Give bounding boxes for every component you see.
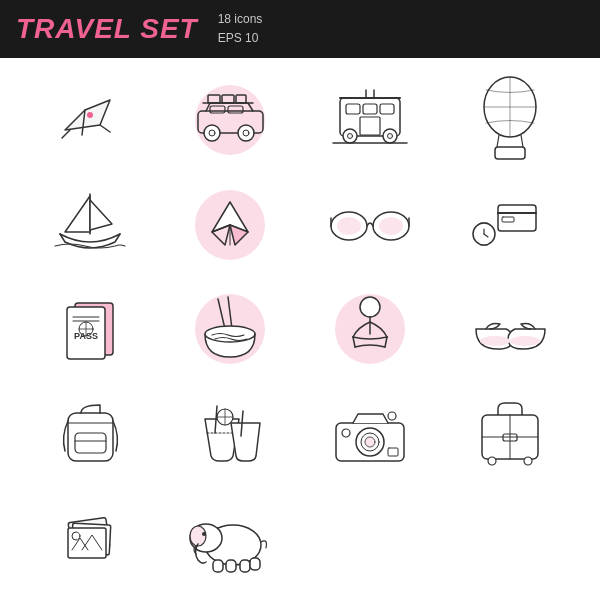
svg-point-38	[337, 217, 361, 235]
svg-rect-6	[210, 106, 225, 113]
svg-point-78	[342, 429, 350, 437]
svg-rect-15	[380, 104, 394, 114]
svg-point-85	[488, 457, 496, 465]
svg-point-86	[524, 457, 532, 465]
icon-hot-air-balloon	[440, 68, 580, 172]
svg-point-39	[379, 217, 403, 235]
svg-rect-3	[236, 95, 246, 103]
svg-rect-2	[222, 95, 234, 103]
svg-point-77	[365, 437, 375, 447]
icon-elephant	[160, 486, 300, 590]
svg-point-63	[510, 336, 540, 346]
icon-noodles	[160, 277, 300, 381]
svg-rect-42	[502, 217, 514, 222]
svg-point-79	[388, 412, 396, 420]
svg-point-21	[347, 134, 352, 139]
svg-point-11	[243, 130, 249, 136]
svg-rect-16	[360, 117, 380, 135]
svg-line-61	[385, 337, 387, 347]
header-title: TRAVEL SET	[16, 13, 198, 45]
svg-rect-40	[498, 205, 536, 231]
icon-meditation	[300, 277, 440, 381]
header: TRAVEL SET 18 icons EPS 10	[0, 0, 600, 58]
svg-rect-28	[495, 147, 525, 159]
icon-drink	[160, 381, 300, 485]
icon-backpack	[20, 381, 160, 485]
svg-point-93	[190, 526, 206, 546]
svg-point-59	[360, 297, 380, 317]
svg-line-27	[521, 135, 523, 147]
svg-rect-98	[250, 558, 260, 570]
icon-sunglasses	[300, 172, 440, 276]
svg-point-62	[480, 336, 510, 346]
svg-line-56	[218, 299, 225, 329]
icon-slippers	[440, 277, 580, 381]
icon-passport: PASS	[20, 277, 160, 381]
svg-point-58	[205, 326, 255, 342]
icon-watch	[440, 172, 580, 276]
icon-origami	[160, 172, 300, 276]
icon-taxi-car	[160, 68, 300, 172]
icons-grid: PASS	[0, 58, 600, 600]
header-info: 18 icons EPS 10	[218, 10, 263, 48]
svg-rect-14	[363, 104, 377, 114]
icon-sailboat	[20, 172, 160, 276]
svg-rect-13	[346, 104, 360, 114]
svg-point-23	[387, 134, 392, 139]
svg-line-60	[353, 337, 355, 347]
icon-photos	[20, 486, 160, 590]
svg-rect-7	[228, 106, 243, 113]
svg-rect-96	[226, 560, 236, 572]
svg-line-57	[228, 297, 232, 329]
icon-suitcase	[440, 381, 580, 485]
icon-camera	[300, 381, 440, 485]
icon-airplane	[20, 68, 160, 172]
svg-point-94	[202, 532, 206, 536]
svg-rect-97	[240, 560, 250, 572]
icon-tram	[300, 68, 440, 172]
svg-point-0	[87, 112, 93, 118]
svg-line-26	[497, 135, 499, 147]
svg-point-9	[209, 130, 215, 136]
svg-rect-95	[213, 560, 223, 572]
svg-rect-1	[208, 95, 220, 103]
